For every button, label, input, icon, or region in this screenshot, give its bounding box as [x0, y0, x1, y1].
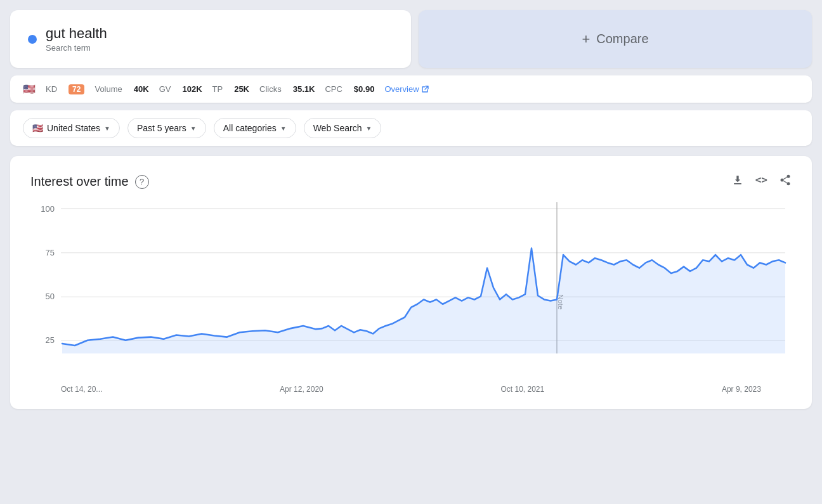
tp-value: 25K [234, 84, 249, 94]
chart-area: 100 75 50 25 Note [30, 202, 792, 380]
search-term-title: gut health [46, 25, 107, 42]
svg-point-0 [787, 175, 790, 178]
chart-actions: <> [731, 174, 792, 190]
search-term-card: gut health Search term [10, 10, 411, 68]
overview-link[interactable]: Overview [384, 84, 428, 94]
location-label: United States [47, 123, 100, 133]
search-type-filter[interactable]: Web Search ▼ [304, 118, 382, 138]
svg-text:75: 75 [46, 248, 55, 257]
clicks-label: Clicks [259, 84, 282, 94]
filters-bar: 🇺🇸 United States ▼ Past 5 years ▼ All ca… [10, 110, 812, 146]
x-label-3: Oct 10, 2021 [501, 385, 545, 394]
svg-marker-15 [62, 249, 785, 354]
search-type-chevron-icon: ▼ [365, 125, 372, 132]
category-label: All categories [223, 123, 277, 133]
flag-small-icon: 🇺🇸 [32, 123, 43, 133]
cpc-label: CPC [325, 84, 342, 94]
compare-card[interactable]: + Compare [419, 10, 812, 68]
x-label-2: Apr 12, 2020 [280, 385, 323, 394]
x-axis-labels: Oct 14, 20... Apr 12, 2020 Oct 10, 2021 … [30, 385, 792, 394]
kd-badge: 72 [68, 84, 84, 94]
svg-text:25: 25 [46, 335, 55, 345]
svg-line-3 [783, 181, 787, 183]
chart-title: Interest over time [30, 174, 129, 189]
cpc-value: $0.90 [354, 84, 375, 94]
search-term-label: Search term [46, 43, 107, 53]
kd-label: KD [46, 84, 57, 94]
svg-line-4 [783, 177, 787, 179]
category-filter[interactable]: All categories ▼ [214, 118, 296, 138]
category-chevron-icon: ▼ [280, 125, 287, 132]
chart-title-group: Interest over time ? [30, 174, 149, 189]
term-dot [28, 35, 37, 44]
compare-plus-icon: + [582, 31, 590, 48]
svg-point-1 [781, 179, 784, 182]
svg-text:50: 50 [46, 292, 55, 301]
share-icon[interactable] [779, 174, 792, 190]
search-term-text: gut health Search term [46, 25, 107, 53]
compare-label: Compare [596, 32, 648, 46]
time-range-filter[interactable]: Past 5 years ▼ [127, 118, 206, 138]
gv-label: GV [159, 84, 171, 94]
flag-icon: 🇺🇸 [23, 83, 36, 95]
gv-value: 102K [182, 84, 202, 94]
external-link-icon [421, 86, 429, 93]
metrics-bar: 🇺🇸 KD 72 Volume 40K GV 102K TP 25K Click… [10, 75, 812, 103]
help-icon[interactable]: ? [135, 175, 149, 189]
overview-label: Overview [384, 84, 419, 94]
chart-header: Interest over time ? <> [30, 174, 792, 190]
time-range-chevron-icon: ▼ [190, 125, 197, 132]
time-range-label: Past 5 years [137, 123, 186, 133]
x-label-4: Apr 9, 2023 [722, 385, 761, 394]
clicks-value: 35.1K [293, 84, 315, 94]
embed-icon[interactable]: <> [755, 174, 767, 190]
interest-chart: 100 75 50 25 Note [30, 202, 792, 380]
location-filter[interactable]: 🇺🇸 United States ▼ [23, 118, 120, 138]
tp-label: TP [212, 84, 223, 94]
svg-point-2 [787, 182, 790, 185]
svg-text:100: 100 [41, 204, 55, 213]
chart-card: Interest over time ? <> [10, 156, 812, 409]
download-icon[interactable] [731, 174, 744, 190]
search-type-label: Web Search [313, 123, 362, 133]
volume-value: 40K [134, 84, 149, 94]
x-label-1: Oct 14, 20... [61, 385, 102, 394]
location-chevron-icon: ▼ [104, 125, 110, 132]
volume-label: Volume [95, 84, 122, 94]
